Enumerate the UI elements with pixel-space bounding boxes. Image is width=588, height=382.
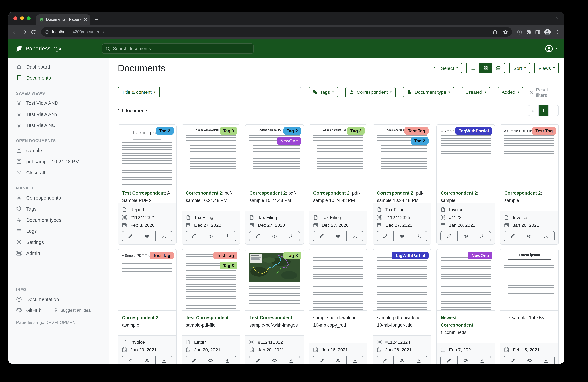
correspondent-link[interactable]: Correspondent 2 [377,190,413,195]
preview-button[interactable] [202,231,219,241]
tag-badge-newone[interactable]: NewOne [277,137,301,145]
sidebar-item-documentation[interactable]: Documentation [8,294,109,305]
document-card[interactable]: A Simple PDF FileTest TagCorrespondent 2… [118,249,176,363]
tag-badge-tag-2[interactable]: Tag 2 [411,137,429,145]
edit-button[interactable] [122,231,139,241]
document-card[interactable]: Adobe Acrobat PDF FilesTag 3Corresponden… [309,124,367,244]
preview-button[interactable] [266,356,283,363]
correspondent-link[interactable]: Test Correspondent [250,315,292,320]
browser-menu-dots-icon[interactable] [554,29,560,35]
edit-button[interactable] [186,356,202,363]
sidebar-item-test-view-and[interactable]: Test View AND [8,98,109,108]
document-card[interactable]: TagWithPartialsample-pdf-download-10-mb-… [373,249,431,363]
document-card[interactable]: Tag 3Test Correspondent: sample-pdf-with… [245,249,304,363]
document-thumbnail[interactable] [309,249,367,311]
pagination-prev[interactable]: « [528,105,538,115]
document-thumbnail[interactable]: Test TagTag 3 [182,249,240,311]
edit-button[interactable] [250,231,266,241]
bookmark-star-icon[interactable] [503,29,508,34]
back-icon[interactable] [12,29,18,35]
edit-button[interactable] [313,231,330,241]
filter-created-button[interactable]: Created▾ [462,87,490,97]
document-thumbnail[interactable]: NewOne [437,249,495,311]
search-input[interactable] [113,46,250,51]
tag-badge-newone[interactable]: NewOne [468,251,492,259]
reset-filters-button[interactable]: ✕ Reset filters [529,87,559,98]
tab-close-icon[interactable]: ✕ [84,17,87,22]
document-card[interactable]: Lorem ipsumfile-sample_150kBsFeb 15, 202… [500,249,559,363]
new-tab-button[interactable]: + [94,15,98,24]
list-view-button[interactable] [466,63,479,73]
sidebar-item-dashboard[interactable]: Dashboard [8,61,109,72]
tag-badge-tag-3[interactable]: Tag 3 [220,261,237,269]
correspondent-link[interactable]: Newest Correspondent [441,315,473,328]
sidebar-item-sample[interactable]: sample [8,145,109,156]
document-thumbnail[interactable]: Tag 3 [245,249,303,311]
document-card[interactable]: NewOneNewest Correspondent: f_combinedsF… [436,249,495,363]
preview-button[interactable] [330,356,346,363]
document-card[interactable]: Adobe Acrobat PDF FilesTest TagTag 2Corr… [373,124,431,244]
sidebar-item-pdf-sample-10-24-48-pm[interactable]: pdf-sample 10.24.48 PM [8,156,109,167]
filter-tags-button[interactable]: Tags▾ [309,87,338,97]
edit-button[interactable] [122,356,139,363]
url-bar[interactable]: localhost :4200/documents [41,27,512,37]
detail-view-button[interactable] [492,63,505,73]
document-thumbnail[interactable]: TagWithPartial [373,249,431,311]
sidebar-item-close-all[interactable]: Close all [8,167,109,178]
sidebar-item-tags[interactable]: Tags [8,203,109,214]
download-button[interactable] [283,231,299,241]
sidebar-item-admin[interactable]: Admin [8,248,109,259]
user-menu[interactable]: ▾ [545,44,557,53]
document-thumbnail[interactable]: Adobe Acrobat PDF FilesTag 3 [309,124,367,186]
download-button[interactable] [410,356,427,363]
edit-button[interactable] [186,231,202,241]
sidebar-item-test-view-any[interactable]: Test View ANY [8,108,109,120]
filter-correspondent-button[interactable]: Correspondent▾ [345,87,396,97]
sidebar-item-correspondents[interactable]: Correspondents [8,192,109,203]
correspondent-link[interactable]: Correspondent 2 [313,190,350,195]
extensions-puzzle-icon[interactable] [526,29,531,35]
download-button[interactable] [346,356,363,363]
browser-profile-avatar[interactable] [544,28,551,36]
suggest-an-idea-link[interactable]: Suggest an idea [54,308,91,313]
pagination-page-1[interactable]: 1 [538,105,548,115]
document-thumbnail[interactable]: A Simple PDF FileTest Tag [501,124,558,186]
preview-button[interactable] [330,231,346,241]
grid-view-button[interactable] [479,63,492,73]
document-card[interactable]: A Simple PDF FileTest TagCorrespondent 2… [500,124,559,244]
document-thumbnail[interactable]: Adobe Acrobat PDF FilesTag 3 [182,124,240,186]
reload-icon[interactable] [31,29,36,35]
download-button[interactable] [474,231,491,241]
sidebar-item-github[interactable]: GitHubSuggest an idea [8,305,109,316]
edit-button[interactable] [250,356,266,363]
tag-badge-tag-3[interactable]: Tag 3 [347,127,365,135]
tag-badge-tag-3[interactable]: Tag 3 [220,127,237,135]
document-thumbnail[interactable]: A Simple PDF FileTagWithPartial [437,124,495,186]
filter-field-button[interactable]: Title & content▾ [118,87,160,97]
tag-badge-tagwithpartial[interactable]: TagWithPartial [455,127,492,135]
preview-button[interactable] [202,356,219,363]
document-card[interactable]: Adobe Acrobat PDF FilesTag 3Corresponden… [181,124,240,244]
pagination-next[interactable]: » [548,105,558,115]
tag-badge-test-tag[interactable]: Test Tag [405,127,429,135]
preview-button[interactable] [457,231,474,241]
filter-added-button[interactable]: Added▾ [498,87,523,97]
site-info-icon[interactable] [45,30,49,34]
sidebar-item-documents[interactable]: Documents [8,72,109,83]
document-thumbnail[interactable]: A Simple PDF FileTest Tag [118,249,176,311]
document-thumbnail[interactable]: Adobe Acrobat PDF FilesTest TagTag 2 [373,124,431,186]
correspondent-link[interactable]: Test Correspondent [122,190,165,195]
tab-search-chevron-icon[interactable] [555,16,560,20]
document-thumbnail[interactable]: Lorem ipsum [501,249,558,311]
edit-button[interactable] [313,356,330,363]
download-button[interactable] [219,231,236,241]
edit-button[interactable] [441,231,457,241]
preview-button[interactable] [521,231,538,241]
preview-button[interactable] [266,231,283,241]
tag-badge-test-tag[interactable]: Test Tag [213,251,237,259]
preview-button[interactable] [139,231,155,241]
correspondent-link[interactable]: Correspondent 2 [250,190,286,195]
preview-button[interactable] [139,356,155,363]
share-icon[interactable] [493,29,498,34]
window-close-button[interactable] [13,17,17,20]
